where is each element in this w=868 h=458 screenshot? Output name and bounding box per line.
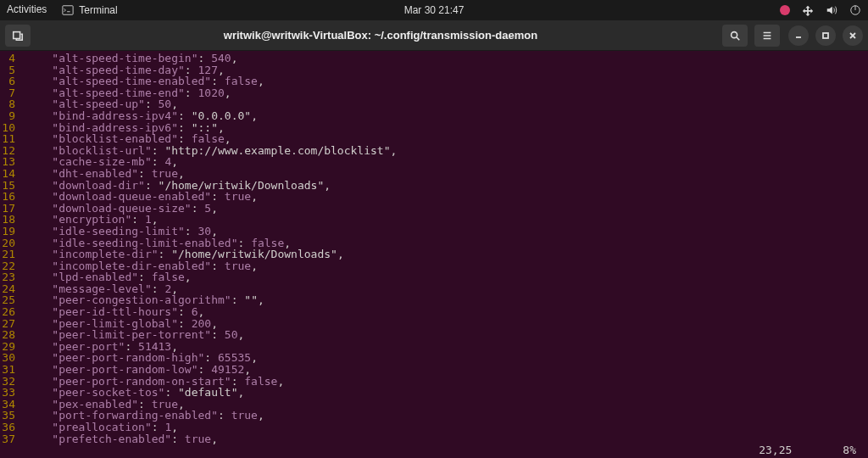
code-content: "pex-enabled": true,	[25, 399, 868, 411]
code-content: "peer-port-random-high": 65535,	[25, 352, 868, 364]
code-line: 13 "cache-size-mb": 4,	[0, 156, 868, 168]
svg-rect-0	[63, 6, 73, 15]
code-content: "download-queue-enabled": true,	[25, 191, 868, 203]
terminal-title-bar: writwik@writwik-VirtualBox: ~/.config/tr…	[0, 20, 868, 51]
network-icon[interactable]	[802, 4, 814, 16]
code-content: "bind-address-ipv6": "::",	[25, 122, 868, 134]
code-content: "alt-speed-time-day": 127,	[25, 64, 868, 76]
line-number: 9	[0, 110, 25, 122]
vim-status: 23,25 8%	[759, 444, 856, 456]
code-content: "peer-congestion-algorithm": "",	[25, 294, 868, 306]
line-number: 22	[0, 260, 25, 272]
code-content: "incomplete-dir": "/home/writwik/Downloa…	[25, 249, 868, 260]
line-number: 11	[0, 133, 25, 145]
code-content: "blocklist-url": "http://www.example.com…	[25, 145, 868, 157]
activities-button[interactable]: Activities	[7, 3, 47, 18]
volume-icon[interactable]	[826, 4, 837, 16]
code-content: "blocklist-enabled": false,	[25, 133, 868, 145]
code-line: 26 "peer-id-ttl-hours": 6,	[0, 306, 868, 318]
maximize-button[interactable]	[815, 25, 836, 46]
code-content: "alt-speed-time-enabled": false,	[25, 75, 868, 87]
code-line: 6 "alt-speed-time-enabled": false,	[0, 75, 868, 87]
power-icon[interactable]	[849, 4, 861, 16]
svg-point-3	[732, 31, 737, 37]
code-line: 29 "peer-port": 51413,	[0, 341, 868, 353]
line-number: 31	[0, 364, 25, 376]
line-number: 21	[0, 249, 25, 260]
close-button[interactable]	[843, 25, 863, 46]
code-content: "preallocation": 1,	[25, 422, 868, 433]
window-title: writwik@writwik-VirtualBox: ~/.config/tr…	[39, 29, 722, 42]
code-line: 16 "download-queue-enabled": true,	[0, 191, 868, 203]
code-content: "lpd-enabled": false,	[25, 271, 868, 283]
notification-dot-icon[interactable]	[780, 5, 790, 15]
line-number: 5	[0, 64, 25, 76]
svg-rect-2	[14, 31, 20, 38]
minimize-button[interactable]	[788, 25, 809, 46]
code-line: 32 "peer-port-random-on-start": false,	[0, 376, 868, 388]
line-number: 25	[0, 294, 25, 306]
code-content: "alt-speed-time-end": 1020,	[25, 87, 868, 99]
line-number: 10	[0, 122, 25, 134]
code-content: "peer-port-random-on-start": false,	[25, 376, 868, 388]
clock[interactable]: Mar 30 21:47	[404, 4, 465, 16]
line-number: 30	[0, 352, 25, 364]
code-content: "download-queue-size": 5,	[25, 203, 868, 215]
line-number: 35	[0, 410, 25, 422]
code-line: 30 "peer-port-random-high": 65535,	[0, 352, 868, 364]
code-content: "peer-port": 51413,	[25, 341, 868, 353]
line-number: 17	[0, 203, 25, 215]
line-number: 29	[0, 341, 25, 353]
code-content: "encryption": 1,	[25, 214, 868, 226]
line-number: 6	[0, 75, 25, 87]
code-line: 14 "dht-enabled": true,	[0, 168, 868, 180]
code-content: "incomplete-dir-enabled": true,	[25, 260, 868, 272]
code-content: "download-dir": "/home/writwik/Downloads…	[25, 180, 868, 192]
code-line: 35 "port-forwarding-enabled": true,	[0, 410, 868, 422]
code-content: "message-level": 2,	[25, 283, 868, 295]
code-content: "peer-limit-per-torrent": 50,	[25, 329, 868, 341]
code-line: 20 "idle-seeding-limit-enabled": false,	[0, 237, 868, 249]
app-menu[interactable]: Terminal	[62, 4, 117, 16]
code-content: "peer-port-random-low": 49152,	[25, 364, 868, 376]
code-line: 18 "encryption": 1,	[0, 214, 868, 226]
code-content: "idle-seeding-limit-enabled": false,	[25, 237, 868, 249]
search-button[interactable]	[722, 25, 748, 47]
code-line: 15 "download-dir": "/home/writwik/Downlo…	[0, 180, 868, 192]
code-content: "peer-id-ttl-hours": 6,	[25, 306, 868, 318]
code-content: "peer-limit-global": 200,	[25, 318, 868, 330]
line-number: 36	[0, 422, 25, 433]
code-line: 36 "preallocation": 1,	[0, 422, 868, 433]
new-tab-button[interactable]	[5, 25, 31, 47]
code-line: 10 "bind-address-ipv6": "::",	[0, 122, 868, 134]
line-number: 13	[0, 156, 25, 168]
line-number: 33	[0, 387, 25, 399]
code-content: "idle-seeding-limit": 30,	[25, 226, 868, 237]
line-number: 7	[0, 87, 25, 99]
terminal-icon	[62, 4, 74, 16]
code-line: 23 "lpd-enabled": false,	[0, 271, 868, 283]
code-content: "alt-speed-time-begin": 540,	[25, 53, 868, 64]
code-content: "peer-socket-tos": "default",	[25, 387, 868, 399]
code-content: "bind-address-ipv4": "0.0.0.0",	[25, 110, 868, 122]
line-number: 16	[0, 191, 25, 203]
code-line: 24 "message-level": 2,	[0, 283, 868, 295]
line-number: 32	[0, 376, 25, 388]
code-line: 25 "peer-congestion-algorithm": "",	[0, 294, 868, 306]
line-number: 15	[0, 180, 25, 192]
line-number: 20	[0, 237, 25, 249]
line-number: 34	[0, 399, 25, 411]
line-number: 8	[0, 98, 25, 110]
line-number: 4	[0, 53, 25, 64]
editor-area[interactable]: 4 "alt-speed-time-begin": 540,5 "alt-spe…	[0, 51, 868, 458]
menu-button[interactable]	[754, 25, 780, 47]
code-line: 19 "idle-seeding-limit": 30,	[0, 226, 868, 237]
line-number: 18	[0, 214, 25, 226]
code-line: 17 "download-queue-size": 5,	[0, 203, 868, 215]
code-line: 11 "blocklist-enabled": false,	[0, 133, 868, 145]
code-line: 12 "blocklist-url": "http://www.example.…	[0, 145, 868, 157]
code-line: 4 "alt-speed-time-begin": 540,	[0, 53, 868, 64]
line-number: 19	[0, 226, 25, 237]
code-content: "prefetch-enabled": true,	[25, 433, 868, 445]
line-number: 14	[0, 168, 25, 180]
